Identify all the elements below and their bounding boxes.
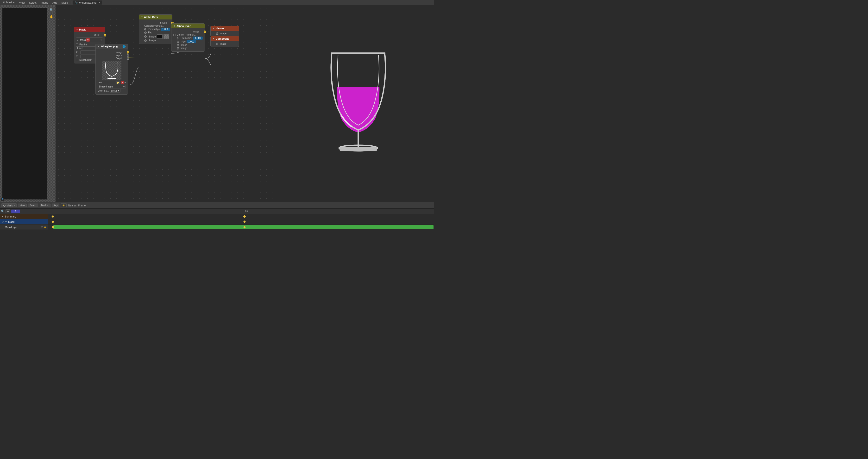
masklayer-cursor [53,225,53,230]
viewer-output-area [282,5,434,202]
ao1-premulti-value[interactable]: 1.000 [161,28,170,31]
node-collapse-arrow5[interactable]: ▼ [213,27,215,30]
ao2-premulti-value[interactable]: 1.000 [193,36,203,40]
node-collapse-arrow3[interactable]: ▼ [141,16,143,18]
menu-view[interactable]: View [17,1,27,5]
ao1-fac-input[interactable] [144,31,147,34]
masklayer-icon1[interactable]: 👁 [41,226,43,228]
masklayer-icon2[interactable]: 🔒 [44,226,46,228]
ao1-convert-checkbox[interactable] [141,25,143,27]
mask-track-collapse[interactable]: ▼ [5,220,7,223]
key-btn[interactable]: Key [52,203,59,207]
viewer-node[interactable]: ▼ Viewer Image [210,26,239,36]
ao1-image3-row: Image [141,39,170,42]
track-row-summary: ▼ Summary [0,214,434,219]
mode-dropdown[interactable]: ⭮ Mask ▾ [1,203,17,207]
frame-ruler: 50 [47,208,434,214]
menu-mask-dropdown[interactable]: ⚙ Mask ▾ [1,0,17,5]
wineglass-globe-icon: 🌐 [122,45,126,48]
alpha-output-socket[interactable] [127,54,129,57]
ao2-image2-input[interactable] [177,44,179,46]
frame-counter: 1 [1,198,4,201]
alpha-over-1-node[interactable]: ▼ Alpha Over Image Convert Premult... [139,14,173,44]
alpha-over-2-body: Image Convert Premult... Premultipli 1.0… [172,28,205,52]
feather-checkbox[interactable] [76,43,79,46]
close-icon[interactable]: ✕ [98,1,100,4]
ao2-fac-row: Fac 1.000 [173,40,203,43]
timeline-body: 🔍 ⇔ 50 ▼ Summary [0,208,434,230]
single-image-row: Single Image ▾ [98,85,126,89]
filter-icon[interactable]: ⚡ [62,204,65,207]
node-collapse-arrow4[interactable]: ▼ [173,25,176,27]
swap-btn[interactable]: ⇔ [5,209,10,213]
search-icon[interactable]: 🔍 [1,209,5,213]
ao1-premulti-input[interactable] [144,28,146,31]
current-frame-input[interactable] [11,209,20,213]
mask-logo-icon: ⚙ [3,1,5,4]
hand-icon: ✋ [50,15,53,19]
menu-mask[interactable]: Mask [60,1,70,5]
masklayer-label[interactable]: MaskLayer 👁 🔒 [0,225,48,230]
mask-output-socket[interactable] [104,34,106,36]
file-path-input[interactable]: Win [98,81,115,84]
preview-svg [102,61,121,80]
zoom-tool[interactable]: 🔍 [49,7,54,12]
single-image-dropdown[interactable]: Single Image ▾ [98,85,126,89]
mask-selector[interactable]: ⭮ Mask ✕ ▾ [76,37,103,42]
composite-node[interactable]: ▼ Composite Image [210,36,239,47]
ao2-image-output[interactable] [204,31,206,33]
node-collapse-arrow6[interactable]: ▼ [213,37,215,40]
mask-track-content [48,219,434,224]
composite-image-input[interactable] [216,43,218,45]
ao2-convert-row: Convert Premult... [173,33,203,36]
file-x-btn[interactable]: ✕ [121,81,124,84]
ao2-fac-value[interactable]: 1.000 [187,40,196,43]
filename-badge[interactable]: 📷 Wineglass.png ✕ [73,0,102,5]
menu-image[interactable]: Image [39,1,50,5]
svg-rect-18 [107,78,116,79]
node-collapse-arrow2[interactable]: ▼ [98,45,100,48]
motion-blur-checkbox[interactable] [76,59,79,61]
summary-keyframe-end[interactable] [243,215,246,218]
file-dropdown-arrow[interactable]: ▾ [125,81,126,84]
ao1-convert-row: Convert Premult... [141,25,170,27]
node-collapse-arrow[interactable]: ▼ [76,28,78,31]
view-btn[interactable]: View [18,203,27,207]
depth-output-socket[interactable] [127,58,129,60]
nearest-frame-label: Nearest Frame [68,204,86,207]
mask-dropdown-arrow[interactable]: ▾ [100,39,102,41]
marker-btn[interactable]: Marker [40,203,51,207]
ao1-image2-input[interactable] [144,35,147,38]
wineglass-image-node[interactable]: ▼ Wineglass.png 🌐 Image Alpha Dep [95,44,128,95]
ao2-image3-input[interactable] [177,47,179,50]
mask-output-row: Mask [76,34,103,36]
ao1-image2-swatch [157,34,162,39]
ao2-premulti-row: Premultipli 1.000 [173,36,203,40]
summary-collapse-arrow[interactable]: ▼ [1,215,4,218]
ao1-image2-checker [163,34,169,39]
menu-select[interactable]: Select [27,1,38,5]
ao2-fac-input[interactable] [177,41,179,43]
ao1-image3-input[interactable] [144,39,147,42]
folder-btn[interactable]: 📁 [116,81,120,84]
mask-keyframe-end[interactable] [243,220,246,223]
ao2-convert-checkbox[interactable] [173,34,176,36]
summary-label[interactable]: ▼ Summary [0,214,48,219]
node-editor[interactable]: ▼ Mask Mask ⭮ Mask ✕ ▾ [56,5,434,202]
mask-x-btn[interactable]: ✕ [86,38,90,41]
ao1-image2-row: Image [141,34,170,39]
menu-separator [71,1,71,4]
viewer-image-input[interactable] [216,32,218,35]
hand-tool[interactable]: ✋ [49,14,54,19]
mode-icon: ⭮ [3,204,6,207]
select-btn[interactable]: Select [28,203,38,207]
mask-label[interactable]: ⭮ ▼ Mask [0,219,48,224]
mask-selector-row: ⭮ Mask ✕ ▾ [76,37,103,42]
image-editor-toolbar: 🔍 ✋ [48,5,56,21]
image-output-socket[interactable] [127,51,129,54]
menu-add[interactable]: Add [51,1,59,5]
color-space-select[interactable]: sRGB ▾ [110,89,121,93]
alpha-over-2-node[interactable]: ▼ Alpha Over Image Convert Premult... [171,23,205,52]
viewer-node-header: ▼ Viewer [211,26,239,31]
ao2-premulti-input[interactable] [177,37,178,39]
